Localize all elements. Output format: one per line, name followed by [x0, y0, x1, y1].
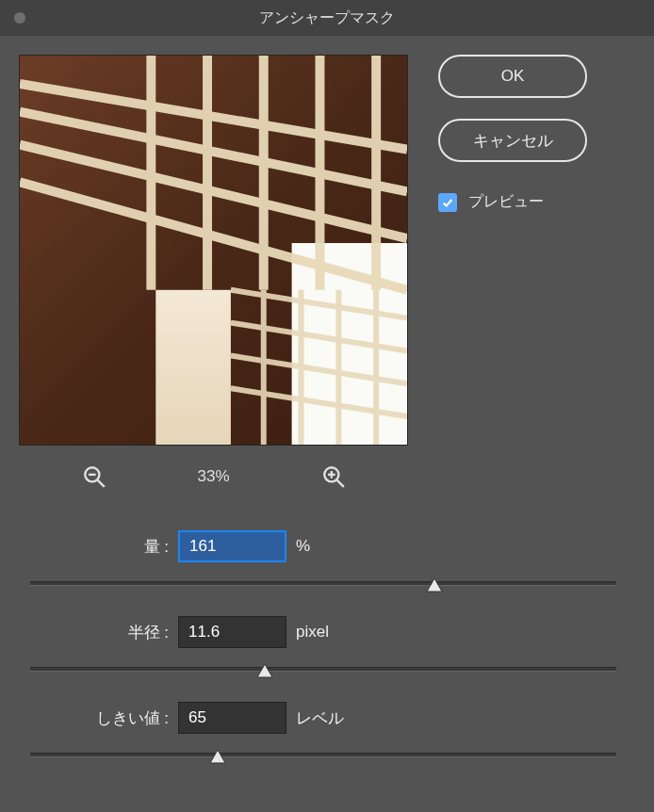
cancel-button[interactable]: キャンセル	[438, 119, 587, 162]
amount-group: 量 : %	[23, 530, 624, 586]
zoom-out-button[interactable]	[82, 464, 106, 489]
preview-image[interactable]	[19, 55, 408, 446]
slider-handle-icon	[255, 662, 274, 679]
ok-button[interactable]: OK	[438, 55, 587, 98]
zoom-in-icon	[321, 464, 346, 489]
preview-content-icon	[20, 56, 407, 445]
preview-checkbox-label: プレビュー	[468, 192, 544, 212]
check-icon	[441, 196, 454, 209]
amount-label: 量 :	[23, 536, 169, 558]
radius-slider-handle[interactable]	[255, 662, 274, 679]
radius-unit: pixel	[296, 623, 329, 641]
radius-input[interactable]	[178, 616, 286, 648]
slider-handle-icon	[425, 577, 444, 593]
amount-unit: %	[296, 537, 310, 556]
threshold-unit: レベル	[296, 707, 344, 729]
zoom-out-icon	[82, 464, 106, 489]
slider-handle-icon	[208, 748, 227, 765]
svg-line-21	[97, 480, 104, 487]
amount-input[interactable]	[178, 530, 286, 562]
radius-label: 半径 :	[23, 622, 169, 643]
threshold-group: しきい値 : レベル	[23, 702, 624, 757]
dialog-content: 33% OK キャンセル	[0, 36, 654, 812]
threshold-label: しきい値 :	[23, 707, 169, 729]
title-bar: アンシャープマスク	[0, 0, 654, 36]
threshold-slider[interactable]	[30, 753, 616, 757]
amount-slider-handle[interactable]	[425, 577, 444, 593]
zoom-in-button[interactable]	[321, 464, 346, 489]
amount-slider[interactable]	[30, 581, 616, 586]
close-button[interactable]	[13, 11, 26, 24]
preview-checkbox[interactable]	[438, 193, 457, 212]
radius-slider[interactable]	[30, 667, 616, 672]
dialog-title: アンシャープマスク	[0, 8, 654, 28]
svg-rect-2	[155, 290, 231, 445]
zoom-level-text: 33%	[197, 467, 229, 486]
threshold-slider-handle[interactable]	[208, 748, 227, 765]
threshold-input[interactable]	[178, 702, 286, 734]
svg-line-24	[336, 480, 343, 487]
radius-group: 半径 : pixel	[23, 616, 624, 672]
